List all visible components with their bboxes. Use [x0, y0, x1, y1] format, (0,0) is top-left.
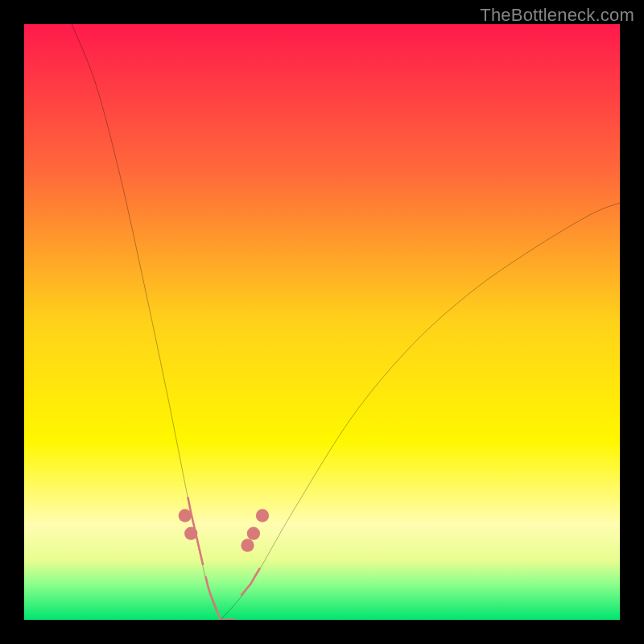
highlight-segment [242, 569, 259, 595]
highlight-dot [179, 509, 192, 522]
highlight-dot [241, 539, 254, 551]
marker-layer [24, 24, 620, 620]
highlight-dot [247, 527, 260, 540]
highlight-dot [256, 509, 269, 522]
bottom-highlight-strokes [188, 497, 260, 620]
watermark-text: TheBottleneck.com [480, 5, 634, 26]
chart-container: TheBottleneck.com [0, 0, 644, 644]
highlight-dot [184, 527, 197, 540]
highlight-segment [206, 577, 236, 620]
plot-area [24, 24, 620, 620]
